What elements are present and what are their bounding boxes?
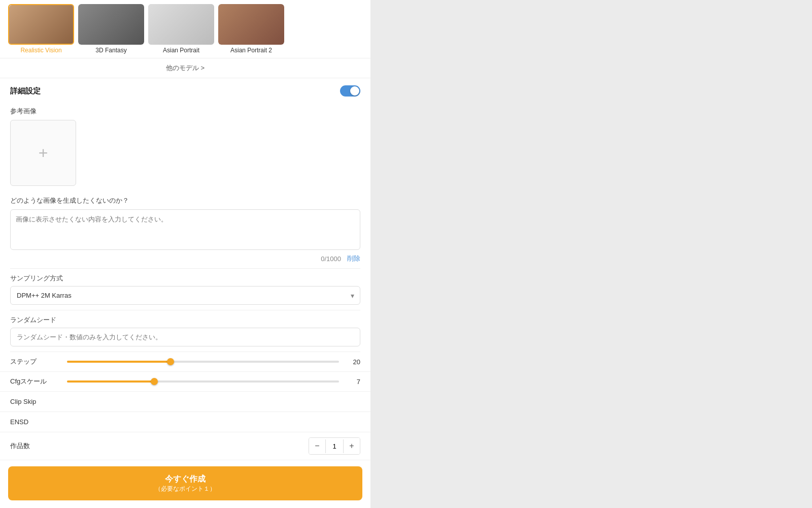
ref-image-upload[interactable]: + xyxy=(10,120,76,186)
step-value: 20 xyxy=(345,358,360,366)
clip-skip-row: Clip Skip xyxy=(0,392,370,412)
detail-settings-toggle[interactable] xyxy=(340,85,360,97)
model-card-img-realistic-vision xyxy=(8,4,74,45)
ensd-row: ENSD xyxy=(0,412,370,432)
toggle-track[interactable] xyxy=(340,85,360,97)
step-slider[interactable] xyxy=(67,361,339,363)
model-card-img-asian-portrait-2 xyxy=(218,4,284,45)
model-cards-row: Realistic Vision 3D Fantasy Asian Portra… xyxy=(0,0,370,58)
random-seed-section: ランダムシード xyxy=(0,310,370,352)
model-card-img-asian-portrait xyxy=(148,4,214,45)
model-card-label-realistic-vision: Realistic Vision xyxy=(20,47,61,54)
neg-prompt-input[interactable] xyxy=(10,209,360,250)
char-count: 0/1000 xyxy=(321,255,341,263)
model-card-asian-portrait-2[interactable]: Asian Portrait 2 xyxy=(218,4,284,54)
cfg-slider-row: Cfgスケール 7 xyxy=(0,372,370,392)
sampling-section: サンプリング方式 DPM++ 2M Karras Euler a DDIM DP… xyxy=(0,269,370,310)
delete-neg-prompt-button[interactable]: 削除 xyxy=(347,254,360,263)
sampling-label: サンプリング方式 xyxy=(10,274,360,283)
create-button-sub-label: （必要なポイント１） xyxy=(15,485,355,493)
quantity-value: 1 xyxy=(325,439,344,453)
cfg-value: 7 xyxy=(345,378,360,386)
sampling-select[interactable]: DPM++ 2M Karras Euler a DDIM DPM++ SDE K… xyxy=(10,286,360,305)
step-slider-fill xyxy=(67,361,171,363)
right-panel xyxy=(370,0,812,508)
ref-image-label: 参考画像 xyxy=(10,107,360,116)
quantity-label: 作品数 xyxy=(10,441,30,451)
quantity-row: 作品数 − 1 + xyxy=(0,432,370,460)
detail-settings-header: 詳細設定 xyxy=(0,78,370,102)
quantity-control: − 1 + xyxy=(309,437,360,455)
random-seed-input[interactable] xyxy=(10,328,360,346)
model-card-label-asian-portrait-2: Asian Portrait 2 xyxy=(230,47,272,54)
ref-image-section: 参考画像 + xyxy=(0,102,370,191)
model-card-label-3d-fantasy: 3D Fantasy xyxy=(95,47,126,54)
left-panel: Realistic Vision 3D Fantasy Asian Portra… xyxy=(0,0,370,508)
ensd-label: ENSD xyxy=(10,418,28,426)
cfg-slider[interactable] xyxy=(67,380,339,383)
neg-prompt-label: どのような画像を生成したくないのか？ xyxy=(10,196,360,205)
cfg-slider-track xyxy=(67,380,339,383)
detail-settings-title: 詳細設定 xyxy=(10,86,41,96)
add-image-icon: + xyxy=(39,145,48,161)
model-card-3d-fantasy[interactable]: 3D Fantasy xyxy=(78,4,144,54)
cfg-slider-thumb xyxy=(151,378,158,385)
model-card-label-asian-portrait: Asian Portrait xyxy=(163,47,199,54)
neg-prompt-footer: 0/1000 削除 xyxy=(10,254,360,263)
create-button[interactable]: 今すぐ作成 （必要なポイント１） xyxy=(8,466,362,500)
step-slider-row: ステップ 20 xyxy=(0,352,370,372)
cfg-label: Cfgスケール xyxy=(10,377,61,386)
create-button-label: 今すぐ作成 xyxy=(15,473,355,485)
random-seed-label: ランダムシード xyxy=(10,315,360,325)
step-slider-track xyxy=(67,361,339,363)
quantity-increase-button[interactable]: + xyxy=(344,438,360,454)
clip-skip-label: Clip Skip xyxy=(10,398,36,405)
quantity-decrease-button[interactable]: − xyxy=(309,438,325,454)
neg-prompt-section: どのような画像を生成したくないのか？ 0/1000 削除 xyxy=(0,191,370,268)
model-card-asian-portrait[interactable]: Asian Portrait xyxy=(148,4,214,54)
more-models-link[interactable]: 他のモデル > xyxy=(0,58,370,78)
sampling-select-wrapper: DPM++ 2M Karras Euler a DDIM DPM++ SDE K… xyxy=(10,286,360,305)
model-card-realistic-vision[interactable]: Realistic Vision xyxy=(8,4,74,54)
step-slider-thumb xyxy=(167,358,174,365)
cfg-slider-fill xyxy=(67,380,154,383)
toggle-thumb xyxy=(350,86,359,96)
step-label: ステップ xyxy=(10,357,61,366)
model-card-img-3d-fantasy xyxy=(78,4,144,45)
